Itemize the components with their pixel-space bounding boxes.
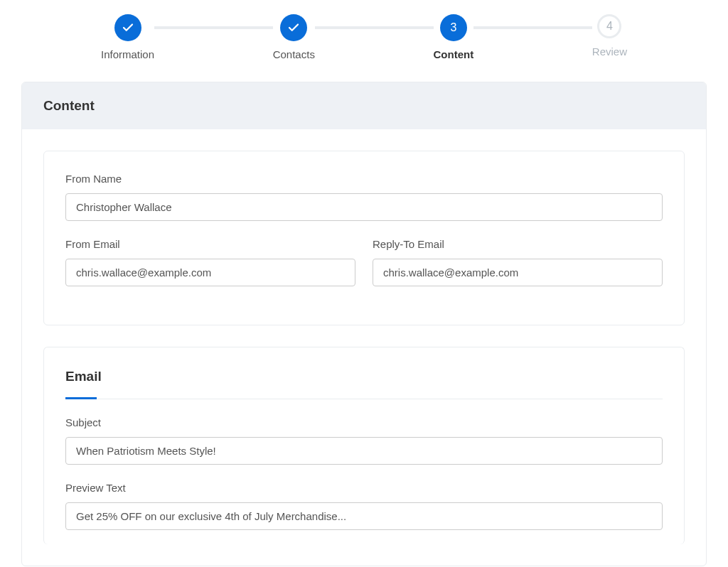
email-card: Email Subject Preview Text bbox=[43, 347, 685, 544]
from-name-group: From Name bbox=[65, 173, 663, 221]
check-icon bbox=[122, 21, 134, 34]
step-content[interactable]: 3 Content bbox=[434, 14, 474, 60]
from-email-label: From Email bbox=[65, 238, 355, 250]
panel-title: Content bbox=[22, 82, 706, 129]
stepper: Information Contacts 3 Content 4 Review bbox=[80, 14, 648, 60]
step-connector bbox=[154, 26, 273, 29]
step-circle-completed bbox=[114, 14, 141, 41]
step-contacts[interactable]: Contacts bbox=[273, 14, 315, 60]
step-review[interactable]: 4 Review bbox=[592, 14, 627, 58]
step-circle-completed bbox=[280, 14, 307, 41]
step-label: Review bbox=[592, 45, 627, 58]
check-icon bbox=[287, 21, 300, 34]
from-name-label: From Name bbox=[65, 173, 663, 185]
step-information[interactable]: Information bbox=[101, 14, 154, 60]
content-panel: Content From Name From Email Reply-To Em… bbox=[21, 82, 707, 566]
from-name-input[interactable] bbox=[65, 193, 663, 221]
email-section-title: Email bbox=[65, 369, 663, 399]
step-circle-current: 3 bbox=[440, 14, 467, 41]
reply-to-email-group: Reply-To Email bbox=[373, 238, 663, 303]
step-label: Content bbox=[434, 48, 474, 60]
from-email-input[interactable] bbox=[65, 259, 355, 286]
step-label: Information bbox=[101, 48, 154, 60]
step-connector bbox=[315, 26, 434, 29]
step-label: Contacts bbox=[273, 48, 315, 60]
preview-text-input[interactable] bbox=[65, 502, 663, 530]
step-circle-pending: 4 bbox=[597, 14, 621, 38]
preview-text-label: Preview Text bbox=[65, 482, 663, 494]
subject-input[interactable] bbox=[65, 437, 663, 465]
reply-to-email-label: Reply-To Email bbox=[373, 238, 663, 250]
subject-label: Subject bbox=[65, 416, 663, 428]
preview-text-group: Preview Text bbox=[65, 482, 663, 530]
sender-card: From Name From Email Reply-To Email bbox=[43, 151, 685, 325]
from-email-group: From Email bbox=[65, 238, 355, 286]
email-row: From Email Reply-To Email bbox=[65, 238, 663, 303]
subject-group: Subject bbox=[65, 416, 663, 465]
step-connector bbox=[473, 26, 592, 29]
reply-to-email-input[interactable] bbox=[373, 259, 663, 286]
